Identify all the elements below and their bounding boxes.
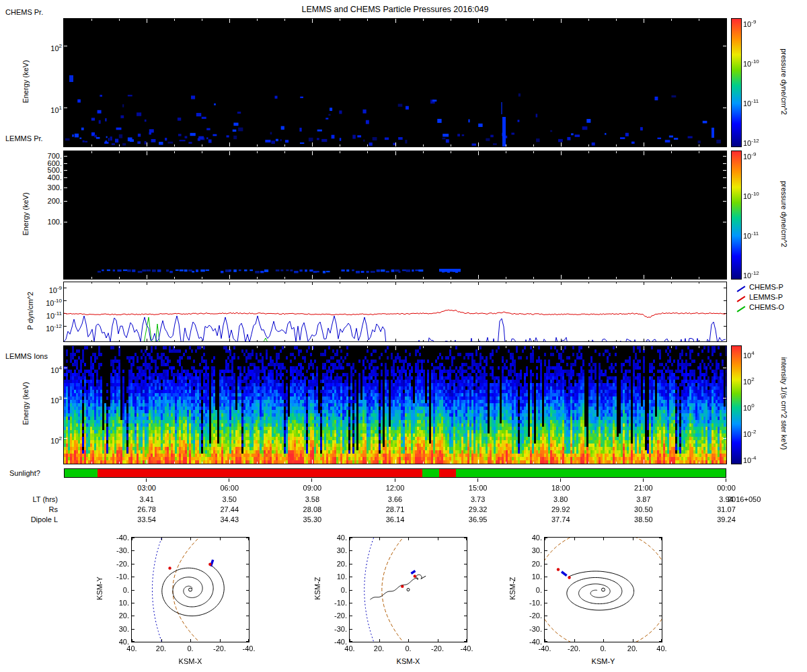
ephemeris-value: 3.66 [375, 495, 416, 504]
panel-label-chems: CHEMS Pr. [5, 8, 43, 17]
y-tick-label: 103 [27, 394, 62, 405]
orbit-x-tick-label: 20. [149, 644, 174, 653]
colorbar-title-pressure-2: pressure dyne/cm^2 [779, 161, 788, 268]
colorbar-tick-label: 10-9 [743, 17, 756, 29]
orbit-x-tick-label: 0. [591, 644, 615, 653]
y-tick-label: 300. [27, 183, 62, 192]
orbit-y-tick-label: 20. [516, 560, 542, 569]
sunlight-segment-sun [65, 469, 98, 477]
y-tick-label: 104 [27, 364, 62, 375]
ephemeris-value: 28.08 [292, 505, 332, 514]
legend-line-chems-p [737, 286, 746, 292]
ephemeris-value: 3.80 [541, 495, 581, 504]
orbit-xy-canvas [132, 538, 249, 642]
figure-title: LEMMS and CHEMS Particle Pressures 2016:… [64, 5, 726, 14]
sunlight-segment-sun [422, 469, 439, 477]
ephemeris-value: 37.74 [541, 515, 581, 524]
legend-line-chems-o [737, 306, 746, 312]
time-tick-mark [726, 478, 726, 482]
y-tick-label: 100. [27, 218, 62, 226]
ephemeris-value: 34.43 [209, 515, 249, 524]
orbit-yz-canvas [545, 538, 662, 642]
orbit-x-tick-label: 20. [367, 644, 391, 653]
ephemeris-value: 31.07 [706, 505, 746, 514]
sunlight-label: Sunlight? [9, 469, 40, 478]
orbit-x-tick-label: -40. [533, 644, 557, 653]
orbit3-x-label: KSM-Y [576, 657, 630, 666]
y-tick-label: 400. [27, 173, 62, 182]
ephemeris-value: 3.87 [623, 495, 664, 504]
ephemeris-value: 3.41 [126, 495, 167, 504]
time-tick-mark [395, 478, 395, 482]
figure-root: LEMMS and CHEMS Particle Pressures 2016:… [0, 0, 807, 672]
panel-label-lemms: LEMMS Pr. [5, 134, 43, 143]
colorbar-tick-label: 10-11 [743, 97, 759, 108]
orbit-y-tick-label: 10. [321, 573, 347, 581]
time-tick-label: 21:00 [627, 484, 660, 493]
ephemeris-row-label: Dipole L [0, 515, 58, 524]
time-tick-mark [643, 478, 644, 482]
legend-label-chems-o: CHEMS-O [749, 303, 784, 312]
time-tick-label: 18:00 [544, 484, 578, 493]
ephemeris-value: 3.94 [706, 495, 746, 504]
time-tick-label: 03:00 [130, 484, 163, 493]
ephemeris-value: 28.71 [375, 505, 416, 514]
orbit2-y-label: KSM-Z [313, 562, 322, 616]
legend-line-lemms-p [737, 296, 746, 302]
orbit-y-tick-label: -30. [516, 625, 542, 634]
colorbar-tick-label: 10-11 [743, 229, 759, 241]
orbit-xz-canvas [350, 538, 467, 642]
orbit-y-tick-label: 40. [321, 534, 347, 542]
orbit-y-tick-label: -30. [321, 625, 347, 634]
orbit-y-tick-label: 10. [516, 573, 542, 581]
y-tick-label: 101 [27, 103, 62, 115]
time-tick-label: 12:00 [379, 484, 412, 493]
orbit-y-tick-label: 10. [104, 599, 129, 607]
time-tick-label: 15:00 [461, 484, 495, 493]
sunlight-bar [64, 468, 726, 478]
time-tick-mark [477, 478, 478, 482]
y-tick-label: 102 [27, 42, 62, 53]
colorbar-intensity [732, 346, 741, 464]
orbit-y-tick-label: -20. [516, 612, 542, 620]
orbit-x-tick-label: 40. [650, 644, 674, 653]
colorbar-tick-label: 102 [743, 375, 755, 386]
ephemeris-value: 36.14 [375, 515, 416, 524]
y-tick-label: 10-12 [27, 322, 62, 333]
orbit-y-tick-label: -20. [104, 560, 129, 569]
colorbar-tick-label: 104 [743, 349, 755, 360]
time-tick-label: 00:00 [709, 484, 743, 493]
colorbar-title-intensity: intensity 1/(s cm^2 ster keV) [779, 337, 788, 471]
time-tick-mark [560, 478, 561, 482]
colorbar-tick-label: 10-12 [743, 269, 759, 280]
orbit-x-tick-label: -40. [455, 644, 479, 653]
orbit-y-tick-label: -40. [104, 534, 129, 542]
sunlight-segment-sun [456, 469, 726, 477]
ephemeris-value: 36.95 [458, 515, 498, 524]
pressure-lineplot-canvas [64, 282, 726, 341]
orbit-y-tick-label: -10. [104, 573, 129, 581]
ephemeris-value: 26.78 [126, 505, 167, 514]
colorbar-tick-label: 10-2 [743, 427, 756, 439]
orbit-y-tick-label: -30. [104, 546, 129, 555]
y-tick-label: 10-10 [27, 296, 62, 308]
orbit-y-tick-label: -10. [321, 599, 347, 607]
ephemeris-value: 39.24 [706, 515, 746, 524]
orbit-y-tick-label: 20. [321, 560, 347, 569]
colorbar-title-pressure-1: pressure dyne/cm^2 [779, 28, 788, 136]
orbit-y-tick-label: 0. [321, 586, 347, 595]
ephemeris-value: 3.50 [209, 495, 249, 504]
colorbar-pressure-1 [732, 19, 741, 146]
orbit-x-tick-label: -20. [208, 644, 232, 653]
ephemeris-value: 29.92 [541, 505, 581, 514]
colorbar-tick-label: 10-9 [743, 150, 756, 161]
orbit-x-tick-label: 40. [120, 644, 144, 653]
colorbar-pressure-2 [732, 151, 741, 279]
orbit3-y-label: KSM-Z [508, 562, 517, 616]
orbit1-x-label: KSM-X [163, 657, 217, 666]
ephemeris-row-label: Rs [0, 505, 58, 514]
orbit-y-tick-label: -20. [321, 612, 347, 620]
orbit-y-tick-label: 30. [104, 625, 129, 634]
legend-label-chems-p: CHEMS-P [749, 283, 783, 292]
ephemeris-value: 3.73 [458, 495, 498, 504]
